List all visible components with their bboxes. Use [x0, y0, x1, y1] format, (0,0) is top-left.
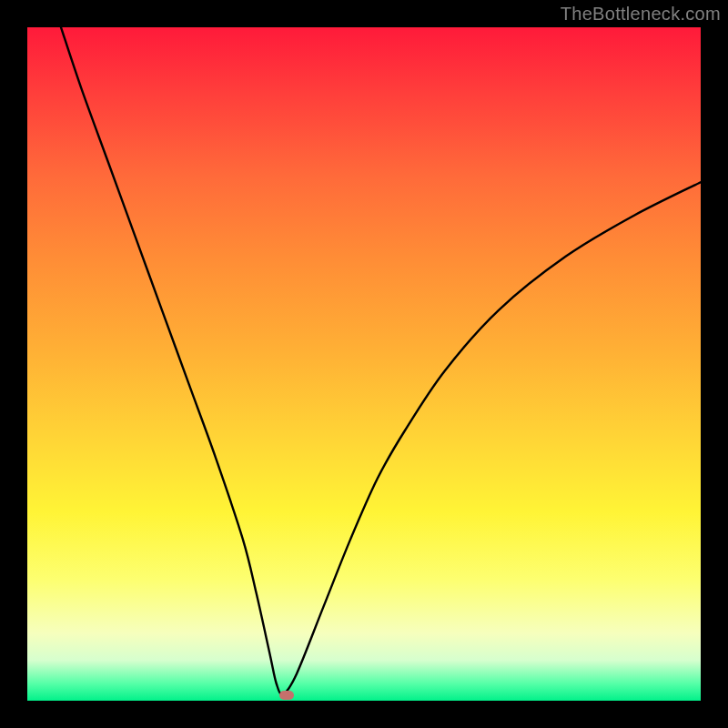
bottleneck-curve: [61, 27, 701, 694]
selected-point-marker: [279, 691, 294, 700]
stage: TheBottleneck.com: [0, 0, 728, 728]
watermark-text: TheBottleneck.com: [561, 4, 721, 25]
chart-plot-area: [27, 27, 701, 701]
bottleneck-curve-svg: [27, 27, 701, 701]
